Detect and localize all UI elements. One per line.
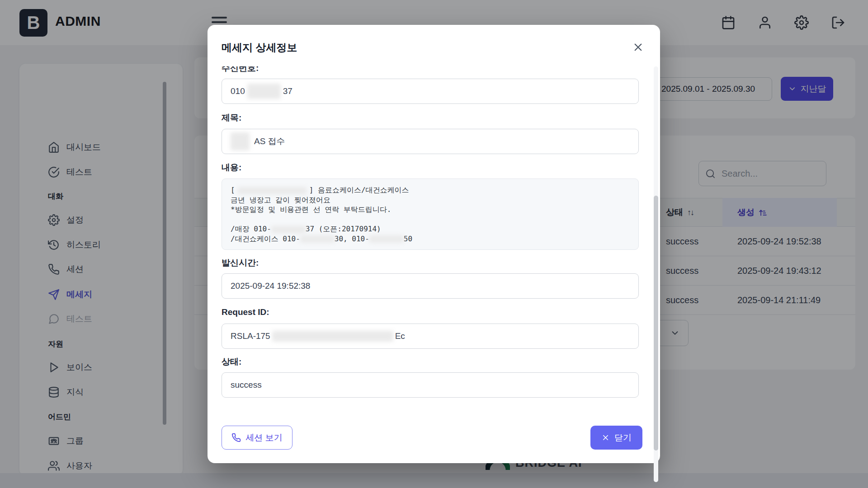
request-id-suffix: Ec (395, 331, 405, 341)
redacted-block (369, 235, 404, 243)
redacted-block (231, 132, 250, 150)
subject-value: AS 접수 (254, 136, 285, 147)
sent-time-value: 2025-09-24 19:52:38 (231, 281, 310, 291)
modal-scrollbar-track (654, 66, 658, 482)
phone-suffix: 37 (283, 86, 292, 96)
field-label-sent-time: 발신시간: (222, 257, 259, 269)
status-value: success (231, 380, 262, 390)
view-session-label: 세션 보기 (245, 432, 282, 444)
modal-title: 메세지 상세정보 (222, 41, 297, 55)
message-detail-modal: 메세지 상세정보 수신번호: 010 37 제목: AS 접수 내용: [] 음… (208, 25, 660, 463)
field-label-content: 내용: (222, 162, 241, 174)
subject-field[interactable]: AS 접수 (222, 129, 639, 154)
field-label-status: 상태: (222, 356, 241, 368)
redacted-block (300, 235, 335, 243)
redacted-block (247, 84, 281, 99)
redacted-block (272, 331, 393, 342)
phone-prefix: 010 (231, 86, 245, 96)
phone-icon (231, 433, 241, 442)
screen: B ADMIN 대시보드 테스트 대화 설정 히스토리 세션 (0, 0, 868, 488)
field-label-request-id: Request ID: (222, 307, 269, 317)
redacted-block (238, 187, 307, 194)
modal-close-label: 닫기 (614, 432, 632, 444)
field-label-phone-clipped: 수신번호: (222, 66, 357, 74)
redacted-block (271, 226, 306, 233)
modal-scrollbar-thumb[interactable] (654, 196, 658, 450)
close-icon[interactable] (632, 41, 644, 53)
field-label-subject: 제목: (222, 112, 241, 124)
content-field[interactable]: [] 음료쇼케이스/대건쇼케이스 금년 냉장고 같이 찢어졌어요 *방문일정 및… (222, 178, 639, 250)
x-icon (601, 433, 610, 442)
sent-time-field[interactable]: 2025-09-24 19:52:38 (222, 273, 639, 299)
status-field[interactable]: success (222, 372, 639, 398)
request-id-prefix: RSLA-175 (231, 331, 270, 341)
modal-close-button[interactable]: 닫기 (590, 426, 642, 450)
request-id-field[interactable]: RSLA-175 Ec (222, 324, 639, 349)
phone-number-field[interactable]: 010 37 (222, 79, 639, 104)
view-session-button[interactable]: 세션 보기 (222, 426, 292, 450)
